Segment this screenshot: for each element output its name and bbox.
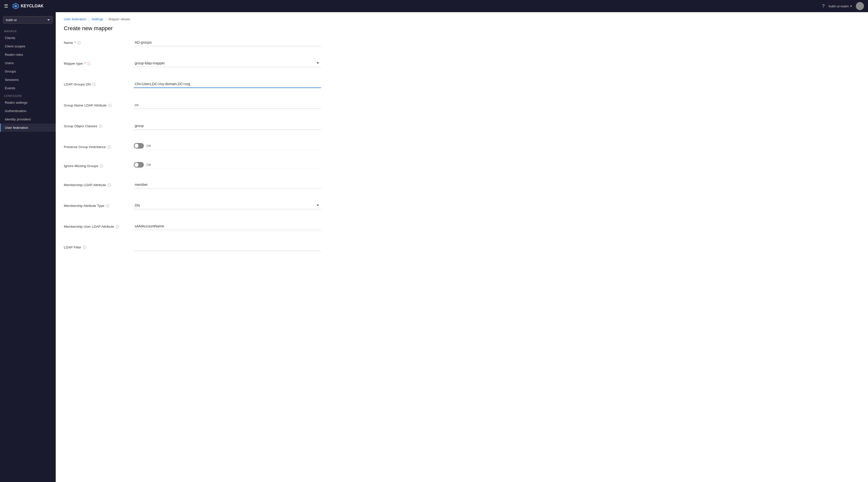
preserve-group-toggle[interactable] (134, 143, 144, 149)
sidebar-item-realm-settings[interactable]: Realm settings (0, 98, 56, 107)
preserve-group-label: Preserve Group Inheritance ⓘ (64, 143, 130, 150)
group-name-ldap-help-icon[interactable]: ⓘ (108, 104, 112, 108)
manage-section-label: Manage (0, 28, 56, 34)
sidebar-item-user-federation[interactable]: User federation (0, 123, 56, 132)
mapper-type-required: * (84, 62, 86, 65)
ldap-filter-field-col (134, 244, 321, 258)
preserve-group-toggle-row: Off (134, 143, 321, 149)
name-input[interactable] (134, 39, 321, 46)
ldap-groups-dn-field-col (134, 80, 321, 95)
preserve-group-field-col: Off (134, 143, 321, 156)
keycloak-logo-icon (12, 3, 19, 10)
membership-ldap-help-icon[interactable]: ⓘ (107, 183, 111, 188)
breadcrumb-sep-1: › (88, 17, 89, 21)
name-field-col (134, 39, 321, 54)
membership-attr-type-help-icon[interactable]: ⓘ (106, 204, 110, 208)
ignore-missing-slider (134, 162, 144, 168)
sidebar-item-groups[interactable]: Groups (0, 67, 56, 76)
ignore-missing-label: Ignore Missing Groups ⓘ (64, 162, 130, 169)
help-icon[interactable]: ? (822, 4, 825, 9)
sidebar-item-realm-roles[interactable]: Realm roles (0, 51, 56, 59)
form-row-ldap-filter: LDAP Filter ⓘ (64, 244, 860, 258)
group-object-classes-field-col (134, 122, 321, 137)
membership-ldap-field-col (134, 181, 321, 196)
form-row-membership-ldap: Membership LDAP Attribute ⓘ (64, 181, 860, 196)
group-object-classes-label: Group Object Classes ⓘ (64, 122, 130, 129)
membership-user-ldap-label: Membership User LDAP Attribute ⓘ (64, 223, 130, 229)
sidebar-item-sessions[interactable]: Sessions (0, 76, 56, 84)
ignore-missing-field-col: Off (134, 162, 321, 175)
form-row-group-object-classes: Group Object Classes ⓘ (64, 122, 860, 137)
breadcrumb-sep-2: › (105, 17, 106, 21)
page-title: Create new mapper (64, 25, 860, 32)
sidebar-item-client-scopes[interactable]: Client scopes (0, 42, 56, 51)
form-row-membership-attr-type: Membership Attribute Type ⓘ DN UID (64, 202, 860, 217)
realm-selector[interactable]: kublr-ui (3, 16, 53, 24)
ignore-missing-toggle-row: Off (134, 162, 321, 168)
group-name-ldap-input[interactable] (134, 102, 321, 109)
membership-attr-type-field-col: DN UID (134, 202, 321, 217)
membership-user-ldap-field-col (134, 223, 321, 237)
form-row-group-name-ldap: Group Name LDAP Attribute ⓘ (64, 102, 860, 116)
form-row-ignore-missing: Ignore Missing Groups ⓘ Off (64, 162, 860, 175)
preserve-group-off-label: Off (146, 144, 151, 148)
ldap-groups-dn-label: LDAP Groups DN ⓘ (64, 80, 130, 87)
form-row-mapper-type: Mapper type * ⓘ group-ldap-mapper role-l… (64, 60, 860, 74)
logo-text: KEYCLOAK (21, 4, 43, 8)
preserve-group-slider (134, 143, 144, 149)
membership-user-ldap-help-icon[interactable]: ⓘ (116, 225, 119, 229)
group-object-classes-help-icon[interactable]: ⓘ (99, 124, 102, 129)
form-row-name: Name * ⓘ (64, 39, 860, 54)
sidebar-item-authentication[interactable]: Authentication (0, 107, 56, 115)
ldap-filter-help-icon[interactable]: ⓘ (83, 246, 86, 250)
form-row-preserve-group: Preserve Group Inheritance ⓘ Off (64, 143, 860, 156)
mapper-type-field-col: group-ldap-mapper role-ldap-mapper user-… (134, 60, 321, 74)
logo: KEYCLOAK (12, 3, 43, 10)
ldap-groups-dn-input[interactable] (134, 80, 321, 88)
name-required: * (74, 41, 76, 45)
user-avatar[interactable] (856, 2, 864, 10)
breadcrumb: User federation › Settings › Mapper deta… (64, 17, 860, 21)
ignore-missing-help-icon[interactable]: ⓘ (100, 164, 103, 169)
ldap-filter-label: LDAP Filter ⓘ (64, 244, 130, 250)
membership-ldap-label: Membership LDAP Attribute ⓘ (64, 181, 130, 188)
membership-user-ldap-input[interactable] (134, 223, 321, 230)
membership-ldap-input[interactable] (134, 181, 321, 189)
sidebar-item-clients[interactable]: Clients (0, 34, 56, 42)
name-help-icon[interactable]: ⓘ (77, 41, 81, 46)
mapper-type-select[interactable]: group-ldap-mapper role-ldap-mapper user-… (134, 60, 321, 67)
breadcrumb-settings[interactable]: Settings (91, 17, 103, 21)
preserve-group-help-icon[interactable]: ⓘ (107, 145, 111, 150)
sidebar-item-identity-providers[interactable]: Identity providers (0, 115, 56, 123)
group-object-classes-input[interactable] (134, 122, 321, 130)
ignore-missing-toggle[interactable] (134, 162, 144, 168)
group-name-ldap-label: Group Name LDAP Attribute ⓘ (64, 102, 130, 108)
group-name-ldap-field-col (134, 102, 321, 116)
configure-section-label: Configure (0, 92, 56, 98)
realm-chevron-icon[interactable]: ▾ (850, 4, 852, 8)
mapper-type-label: Mapper type * ⓘ (64, 60, 130, 66)
ldap-filter-input[interactable] (134, 244, 321, 251)
name-label: Name * ⓘ (64, 39, 130, 46)
ldap-groups-dn-help-icon[interactable]: ⓘ (92, 82, 96, 87)
breadcrumb-user-federation[interactable]: User federation (64, 17, 86, 21)
realm-name: kublr-ui-realm (829, 4, 849, 8)
sidebar-item-events[interactable]: Events (0, 84, 56, 92)
form-row-ldap-groups-dn: LDAP Groups DN ⓘ (64, 80, 860, 95)
breadcrumb-current: Mapper details (108, 17, 130, 21)
sidebar-item-users[interactable]: Users (0, 59, 56, 67)
ignore-missing-off-label: Off (146, 163, 151, 167)
membership-attr-type-label: Membership Attribute Type ⓘ (64, 202, 130, 208)
membership-attr-type-select[interactable]: DN UID (134, 202, 321, 209)
main-content: User federation › Settings › Mapper deta… (56, 12, 868, 482)
topnav: ☰ KEYCLOAK ? kublr-ui-realm ▾ (0, 0, 868, 12)
form-row-membership-user-ldap: Membership User LDAP Attribute ⓘ (64, 223, 860, 237)
sidebar: kublr-ui Manage Clients Client scopes Re… (0, 12, 56, 482)
mapper-type-help-icon[interactable]: ⓘ (87, 62, 91, 66)
hamburger-icon[interactable]: ☰ (4, 3, 8, 9)
